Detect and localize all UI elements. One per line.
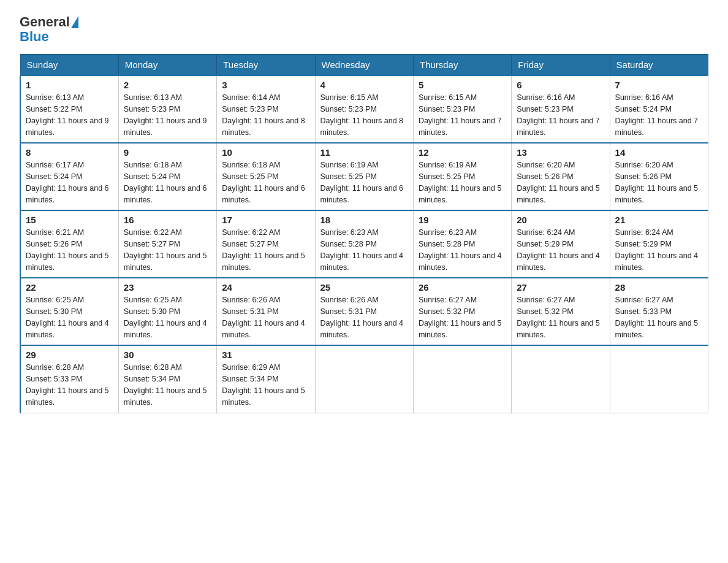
- day-number: 1: [26, 80, 113, 90]
- day-number: 14: [615, 147, 703, 158]
- day-number: 18: [320, 215, 408, 225]
- day-number: 21: [615, 215, 703, 225]
- day-info: Sunrise: 6:23 AMSunset: 5:28 PMDaylight:…: [320, 227, 408, 273]
- calendar-header-day: Wednesday: [315, 55, 413, 76]
- day-number: 9: [124, 147, 211, 158]
- day-number: 24: [222, 282, 309, 293]
- calendar-header-day: Tuesday: [217, 55, 315, 76]
- calendar-day-cell: 15 Sunrise: 6:21 AMSunset: 5:26 PMDaylig…: [20, 210, 118, 278]
- calendar-day-cell: 5 Sunrise: 6:15 AMSunset: 5:23 PMDayligh…: [413, 75, 511, 143]
- day-info: Sunrise: 6:25 AMSunset: 5:30 PMDaylight:…: [26, 294, 113, 340]
- day-info: Sunrise: 6:14 AMSunset: 5:23 PMDaylight:…: [222, 92, 309, 138]
- day-info: Sunrise: 6:20 AMSunset: 5:26 PMDaylight:…: [517, 159, 604, 205]
- calendar-header-day: Friday: [512, 55, 610, 76]
- calendar-week-row: 1 Sunrise: 6:13 AMSunset: 5:22 PMDayligh…: [20, 75, 708, 143]
- calendar-day-cell: 6 Sunrise: 6:16 AMSunset: 5:23 PMDayligh…: [512, 75, 610, 143]
- day-number: 28: [615, 282, 703, 293]
- day-info: Sunrise: 6:24 AMSunset: 5:29 PMDaylight:…: [615, 227, 703, 273]
- calendar-day-cell: 31 Sunrise: 6:29 AMSunset: 5:34 PMDaylig…: [217, 345, 315, 413]
- day-info: Sunrise: 6:18 AMSunset: 5:24 PMDaylight:…: [124, 159, 211, 205]
- calendar-day-cell: 18 Sunrise: 6:23 AMSunset: 5:28 PMDaylig…: [315, 210, 413, 278]
- day-number: 8: [26, 147, 113, 158]
- calendar-day-cell: [315, 345, 413, 413]
- calendar-day-cell: [413, 345, 511, 413]
- calendar-header-day: Sunday: [20, 55, 118, 76]
- calendar-day-cell: 27 Sunrise: 6:27 AMSunset: 5:32 PMDaylig…: [512, 278, 610, 345]
- day-info: Sunrise: 6:22 AMSunset: 5:27 PMDaylight:…: [222, 227, 309, 273]
- day-info: Sunrise: 6:16 AMSunset: 5:24 PMDaylight:…: [615, 92, 703, 138]
- calendar-day-cell: 23 Sunrise: 6:25 AMSunset: 5:30 PMDaylig…: [118, 278, 216, 345]
- day-number: 19: [419, 215, 506, 225]
- day-info: Sunrise: 6:13 AMSunset: 5:23 PMDaylight:…: [124, 92, 211, 138]
- calendar-day-cell: 22 Sunrise: 6:25 AMSunset: 5:30 PMDaylig…: [20, 278, 118, 345]
- calendar-day-cell: 1 Sunrise: 6:13 AMSunset: 5:22 PMDayligh…: [20, 75, 118, 143]
- page-header: General Blue: [20, 15, 708, 44]
- day-number: 27: [517, 282, 604, 293]
- calendar-day-cell: 26 Sunrise: 6:27 AMSunset: 5:32 PMDaylig…: [413, 278, 511, 345]
- day-info: Sunrise: 6:13 AMSunset: 5:22 PMDaylight:…: [26, 92, 113, 138]
- calendar-day-cell: 7 Sunrise: 6:16 AMSunset: 5:24 PMDayligh…: [610, 75, 708, 143]
- day-info: Sunrise: 6:21 AMSunset: 5:26 PMDaylight:…: [26, 227, 113, 273]
- day-info: Sunrise: 6:28 AMSunset: 5:33 PMDaylight:…: [26, 362, 113, 408]
- day-number: 10: [222, 147, 309, 158]
- day-info: Sunrise: 6:26 AMSunset: 5:31 PMDaylight:…: [222, 294, 309, 340]
- calendar-day-cell: 25 Sunrise: 6:26 AMSunset: 5:31 PMDaylig…: [315, 278, 413, 345]
- day-number: 12: [419, 147, 506, 158]
- calendar-day-cell: [512, 345, 610, 413]
- day-info: Sunrise: 6:28 AMSunset: 5:34 PMDaylight:…: [124, 362, 211, 408]
- logo-general-text: General: [20, 15, 70, 29]
- day-number: 3: [222, 80, 309, 90]
- calendar-day-cell: 20 Sunrise: 6:24 AMSunset: 5:29 PMDaylig…: [512, 210, 610, 278]
- calendar-header-day: Thursday: [413, 55, 511, 76]
- calendar-day-cell: 4 Sunrise: 6:15 AMSunset: 5:23 PMDayligh…: [315, 75, 413, 143]
- calendar-week-row: 15 Sunrise: 6:21 AMSunset: 5:26 PMDaylig…: [20, 210, 708, 278]
- day-number: 23: [124, 282, 211, 293]
- day-number: 16: [124, 215, 211, 225]
- calendar-day-cell: 10 Sunrise: 6:18 AMSunset: 5:25 PMDaylig…: [217, 143, 315, 210]
- day-info: Sunrise: 6:15 AMSunset: 5:23 PMDaylight:…: [419, 92, 506, 138]
- day-info: Sunrise: 6:22 AMSunset: 5:27 PMDaylight:…: [124, 227, 211, 273]
- calendar-week-row: 29 Sunrise: 6:28 AMSunset: 5:33 PMDaylig…: [20, 345, 708, 413]
- day-info: Sunrise: 6:16 AMSunset: 5:23 PMDaylight:…: [517, 92, 604, 138]
- calendar-day-cell: 16 Sunrise: 6:22 AMSunset: 5:27 PMDaylig…: [118, 210, 216, 278]
- day-number: 25: [320, 282, 408, 293]
- day-info: Sunrise: 6:19 AMSunset: 5:25 PMDaylight:…: [419, 159, 506, 205]
- day-number: 4: [320, 80, 408, 90]
- calendar-day-cell: 24 Sunrise: 6:26 AMSunset: 5:31 PMDaylig…: [217, 278, 315, 345]
- calendar-day-cell: 29 Sunrise: 6:28 AMSunset: 5:33 PMDaylig…: [20, 345, 118, 413]
- day-number: 2: [124, 80, 211, 90]
- calendar-day-cell: 3 Sunrise: 6:14 AMSunset: 5:23 PMDayligh…: [217, 75, 315, 143]
- calendar-week-row: 22 Sunrise: 6:25 AMSunset: 5:30 PMDaylig…: [20, 278, 708, 345]
- day-info: Sunrise: 6:25 AMSunset: 5:30 PMDaylight:…: [124, 294, 211, 340]
- calendar-day-cell: 8 Sunrise: 6:17 AMSunset: 5:24 PMDayligh…: [20, 143, 118, 210]
- calendar-day-cell: 28 Sunrise: 6:27 AMSunset: 5:33 PMDaylig…: [610, 278, 708, 345]
- day-info: Sunrise: 6:19 AMSunset: 5:25 PMDaylight:…: [320, 159, 408, 205]
- calendar-day-cell: 13 Sunrise: 6:20 AMSunset: 5:26 PMDaylig…: [512, 143, 610, 210]
- day-info: Sunrise: 6:29 AMSunset: 5:34 PMDaylight:…: [222, 362, 309, 408]
- day-number: 5: [419, 80, 506, 90]
- calendar-day-cell: 19 Sunrise: 6:23 AMSunset: 5:28 PMDaylig…: [413, 210, 511, 278]
- day-info: Sunrise: 6:24 AMSunset: 5:29 PMDaylight:…: [517, 227, 604, 273]
- logo-blue-text: Blue: [20, 29, 49, 44]
- day-number: 29: [26, 350, 113, 360]
- day-info: Sunrise: 6:27 AMSunset: 5:32 PMDaylight:…: [517, 294, 604, 340]
- calendar-day-cell: [610, 345, 708, 413]
- logo: General Blue: [20, 15, 78, 44]
- day-info: Sunrise: 6:17 AMSunset: 5:24 PMDaylight:…: [26, 159, 113, 205]
- day-info: Sunrise: 6:18 AMSunset: 5:25 PMDaylight:…: [222, 159, 309, 205]
- calendar-day-cell: 12 Sunrise: 6:19 AMSunset: 5:25 PMDaylig…: [413, 143, 511, 210]
- day-number: 17: [222, 215, 309, 225]
- day-number: 20: [517, 215, 604, 225]
- day-number: 22: [26, 282, 113, 293]
- calendar-week-row: 8 Sunrise: 6:17 AMSunset: 5:24 PMDayligh…: [20, 143, 708, 210]
- day-info: Sunrise: 6:23 AMSunset: 5:28 PMDaylight:…: [419, 227, 506, 273]
- calendar-header-row: SundayMondayTuesdayWednesdayThursdayFrid…: [20, 55, 708, 76]
- calendar-day-cell: 17 Sunrise: 6:22 AMSunset: 5:27 PMDaylig…: [217, 210, 315, 278]
- day-number: 30: [124, 350, 211, 360]
- calendar-day-cell: 14 Sunrise: 6:20 AMSunset: 5:26 PMDaylig…: [610, 143, 708, 210]
- day-info: Sunrise: 6:20 AMSunset: 5:26 PMDaylight:…: [615, 159, 703, 205]
- day-number: 6: [517, 80, 604, 90]
- day-info: Sunrise: 6:26 AMSunset: 5:31 PMDaylight:…: [320, 294, 408, 340]
- day-number: 13: [517, 147, 604, 158]
- day-info: Sunrise: 6:27 AMSunset: 5:32 PMDaylight:…: [419, 294, 506, 340]
